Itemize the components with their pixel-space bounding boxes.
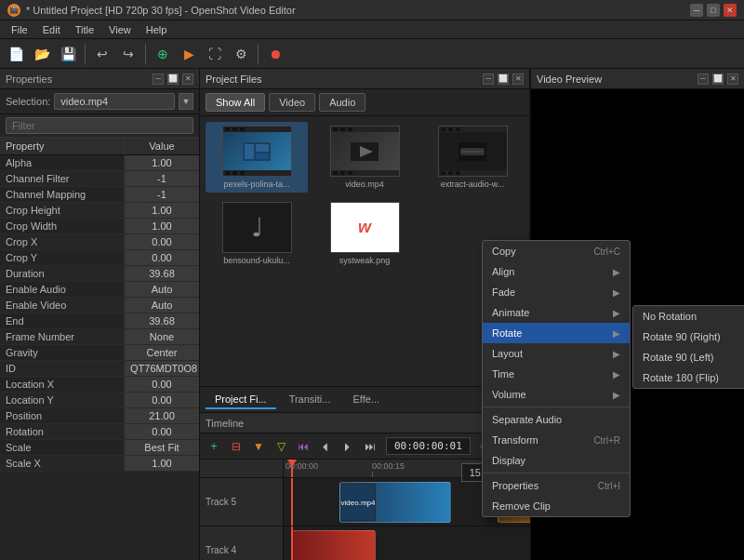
ctx-fade[interactable]: Fade ▶: [483, 282, 630, 302]
prop-row-16[interactable]: Position 21.00: [0, 408, 199, 424]
prop-row-6[interactable]: Crop Y 0.00: [0, 250, 199, 266]
rotate-180[interactable]: Rotate 180 (Flip): [633, 367, 744, 388]
tl-down-button[interactable]: ▽: [271, 436, 291, 457]
tl-remove-button[interactable]: ⊟: [226, 436, 246, 457]
menu-help[interactable]: Help: [139, 22, 175, 37]
ctx-time[interactable]: Time ▶: [483, 364, 630, 384]
bottom-tab-transitions[interactable]: Transiti...: [280, 391, 340, 409]
prop-value-12: Center: [125, 345, 199, 360]
rotate-none[interactable]: No Rotation: [633, 306, 744, 327]
prop-row-18[interactable]: Scale Best Fit: [0, 440, 199, 456]
ctx-remove[interactable]: Remove Clip: [483, 496, 630, 516]
ctx-transform[interactable]: Transform Ctrl+R: [483, 430, 630, 450]
ctx-layout[interactable]: Layout ▶: [483, 343, 630, 364]
file-item-video[interactable]: video.mp4: [313, 122, 416, 193]
selection-value[interactable]: video.mp4: [54, 93, 175, 110]
rotate-90-left[interactable]: Rotate 90 (Left): [633, 347, 744, 367]
timeline-header: Timeline: [200, 413, 530, 433]
export-button[interactable]: ▶: [177, 42, 201, 66]
prop-value-19: 1.00: [125, 456, 199, 471]
bottom-tab-project[interactable]: Project Fi...: [206, 391, 276, 409]
tab-show-all[interactable]: Show All: [206, 93, 265, 112]
undo-button[interactable]: ↩: [90, 42, 114, 66]
project-panel-float[interactable]: ⬜: [498, 73, 509, 85]
ctx-transform-shortcut: Ctrl+R: [593, 435, 620, 446]
tab-video[interactable]: Video: [269, 93, 315, 112]
filter-input[interactable]: [6, 117, 193, 134]
tl-play-begin[interactable]: ⏮: [293, 436, 313, 457]
selection-dropdown[interactable]: ▼: [179, 93, 193, 110]
tl-arrow-button[interactable]: ▼: [248, 436, 269, 457]
ctx-display[interactable]: Display: [483, 450, 630, 471]
prop-row-8[interactable]: Enable Audio Auto: [0, 282, 199, 298]
tl-play-end[interactable]: ⏭: [360, 436, 380, 457]
file-item-polina[interactable]: pexels-polina-ta...: [206, 122, 308, 193]
video-panel-close[interactable]: ✕: [727, 73, 738, 85]
prop-row-11[interactable]: Frame Number None: [0, 329, 199, 345]
menu-file[interactable]: File: [4, 22, 35, 37]
menu-edit[interactable]: Edit: [35, 22, 68, 37]
minimize-button[interactable]: ─: [690, 4, 703, 17]
prop-row-12[interactable]: Gravity Center: [0, 345, 199, 361]
prop-name-5: Crop X: [0, 234, 125, 249]
title-bar: 🎬 * Untitled Project [HD 720p 30 fps] - …: [0, 0, 744, 20]
file-item-extract[interactable]: extract-audio-w...: [421, 122, 524, 193]
ctx-copy[interactable]: Copy Ctrl+C: [483, 241, 630, 261]
prop-row-9[interactable]: Enable Video Auto: [0, 298, 199, 313]
menu-title[interactable]: Title: [68, 22, 101, 37]
prop-row-17[interactable]: Rotation 0.00: [0, 424, 199, 440]
prop-value-17: 0.00: [125, 424, 199, 439]
clip-video-mp4[interactable]: video.mp4: [339, 482, 451, 523]
panel-float[interactable]: ⬜: [167, 73, 179, 85]
panel-close[interactable]: ✕: [182, 73, 193, 85]
project-panel-close[interactable]: ✕: [512, 73, 524, 85]
prop-row-0[interactable]: Alpha 1.00: [0, 155, 199, 171]
tl-add-button[interactable]: +: [204, 436, 224, 457]
ctx-align[interactable]: Align ▶: [483, 261, 630, 282]
maximize-button[interactable]: □: [707, 4, 720, 17]
menu-view[interactable]: View: [101, 22, 139, 37]
new-button[interactable]: 📄: [4, 42, 28, 66]
prop-row-1[interactable]: Channel Filter -1: [0, 171, 199, 187]
prop-value-4: 1.00: [125, 219, 199, 233]
ctx-animate[interactable]: Animate ▶: [483, 302, 630, 323]
video-panel-float[interactable]: ⬜: [712, 73, 724, 85]
prop-row-4[interactable]: Crop Width 1.00: [0, 219, 199, 234]
tl-play-forward[interactable]: ⏵: [338, 436, 358, 457]
tl-play-back[interactable]: ⏴: [315, 436, 336, 457]
tab-audio[interactable]: Audio: [319, 93, 365, 112]
prop-row-13[interactable]: ID QT76MDT0O8: [0, 361, 199, 377]
prop-row-10[interactable]: End 39.68: [0, 313, 199, 329]
prop-row-15[interactable]: Location Y 0.00: [0, 393, 199, 408]
import-button[interactable]: ⊕: [151, 42, 175, 66]
redo-button[interactable]: ↪: [116, 42, 140, 66]
ctx-rotate[interactable]: Rotate ▶: [483, 323, 630, 343]
ctx-separate-audio[interactable]: Separate Audio: [483, 409, 630, 430]
preferences-button[interactable]: ⚙: [229, 42, 253, 66]
prop-row-7[interactable]: Duration 39.68: [0, 266, 199, 282]
clip-track4-1[interactable]: [292, 530, 376, 560]
file-label-systweak: systweak.png: [339, 256, 391, 265]
prop-row-2[interactable]: Channel Mapping -1: [0, 187, 199, 203]
rotate-90-right[interactable]: Rotate 90 (Right): [633, 327, 744, 347]
prop-row-3[interactable]: Crop Height 1.00: [0, 203, 199, 219]
prop-row-14[interactable]: Location X 0.00: [0, 377, 199, 393]
ctx-rotate-arrow: ▶: [613, 328, 620, 339]
open-button[interactable]: 📂: [30, 42, 54, 66]
prop-row-19[interactable]: Scale X 1.00: [0, 456, 199, 472]
record-button[interactable]: ⏺: [263, 42, 287, 66]
ctx-volume[interactable]: Volume ▶: [483, 384, 630, 405]
ctx-properties[interactable]: Properties Ctrl+I: [483, 475, 630, 496]
ctx-time-label: Time: [492, 368, 514, 380]
panel-minimize[interactable]: ─: [153, 73, 164, 85]
video-panel-minimize[interactable]: ─: [698, 73, 709, 85]
prop-row-5[interactable]: Crop X 0.00: [0, 234, 199, 250]
file-item-audio[interactable]: ♩ bensound-ukulu...: [206, 198, 308, 269]
file-item-systweak[interactable]: w systweak.png: [313, 198, 416, 269]
close-button[interactable]: ✕: [724, 4, 737, 17]
bottom-tab-effects[interactable]: Effe...: [343, 391, 389, 409]
save-button[interactable]: 💾: [56, 42, 80, 66]
project-panel-minimize[interactable]: ─: [483, 73, 494, 85]
fullscreen-button[interactable]: ⛶: [203, 42, 227, 66]
playhead-triangle: [287, 460, 297, 467]
